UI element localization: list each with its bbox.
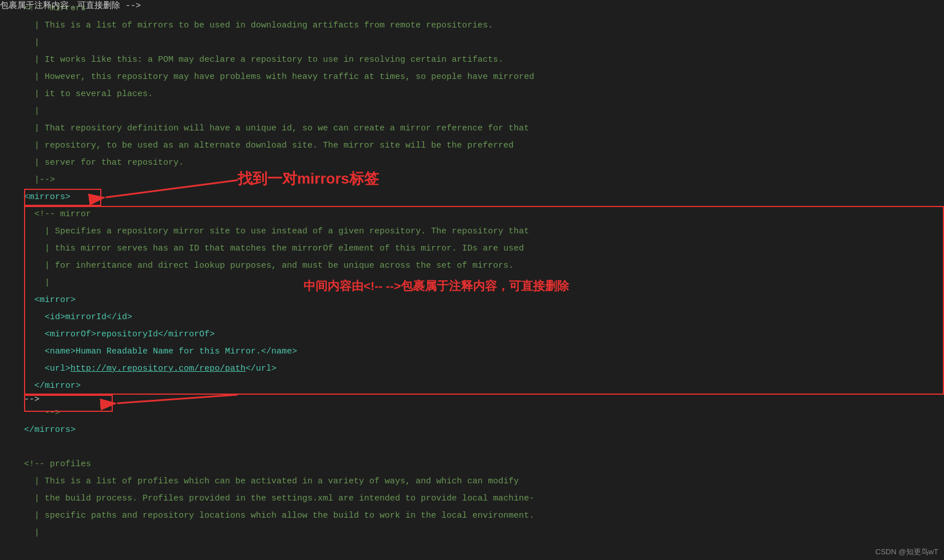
comment-text: | This is a list of mirrors to be used i… xyxy=(24,17,493,34)
code-line-29: | the build process. Profiles provided i… xyxy=(24,490,938,507)
comment-text: | xyxy=(24,275,50,292)
code-line-3: | xyxy=(24,34,938,51)
comment-text: <!-- mirror xyxy=(24,206,91,223)
code-line-24: --> xyxy=(24,404,938,422)
code-line-26 xyxy=(24,439,938,456)
mirror-open-tag: <mirror> xyxy=(24,292,76,309)
comment-text: | This is a list of profiles which can b… xyxy=(24,473,519,490)
code-line-2: | This is a list of mirrors to be used i… xyxy=(24,17,938,34)
code-line-13: <!-- mirror xyxy=(24,206,938,223)
comment-text: | specific paths and repository location… xyxy=(24,507,534,525)
url-value: http://my.repository.com/repo/path xyxy=(70,360,246,378)
comment-text: |--> xyxy=(24,172,55,189)
code-line-23: </mirror> xyxy=(24,378,938,395)
code-line-12: <mirrors> xyxy=(24,189,938,206)
comment-text: | It works like this: a POM may declare … xyxy=(24,51,503,69)
code-line-14: | Specifies a repository mirror site to … xyxy=(24,223,938,240)
code-line-31: | xyxy=(24,525,938,542)
code-line-10: | server for that repository. xyxy=(24,154,938,172)
name-tag: <name>Human Readable Name for this Mirro… xyxy=(24,343,297,360)
mirrorof-tag: <mirrorOf>repositoryId</mirrorOf> xyxy=(24,326,215,343)
code-line-25: </mirrors> xyxy=(24,422,938,439)
mirror-close-tag: </mirror> xyxy=(24,378,81,395)
url-tag-open: <url> xyxy=(24,360,70,378)
line-numbers xyxy=(0,0,18,560)
comment-text: | However, this repository may have prob… xyxy=(24,69,534,86)
code-line-7: | xyxy=(24,103,938,120)
comment-text: | for inheritance and direct lookup purp… xyxy=(24,257,514,275)
code-line-1: <!-- mirrors xyxy=(24,0,938,17)
code-line-4: | It works like this: a POM may declare … xyxy=(24,51,938,69)
empty-line xyxy=(24,439,29,456)
comment-text: | That repository definition will have a… xyxy=(24,120,529,137)
comment-text: | it to several places. xyxy=(24,86,153,103)
code-line-18: <mirror> xyxy=(24,292,938,309)
editor-container: <!-- mirrors | This is a list of mirrors… xyxy=(0,0,944,560)
comment-text: | server for that repository. xyxy=(24,154,184,172)
comment-text: | this mirror serves has an ID that matc… xyxy=(24,240,524,257)
mirrors-close-tag: </mirrors> xyxy=(24,422,76,439)
code-line-17: | xyxy=(24,275,938,292)
comment-close: --> xyxy=(24,404,60,422)
code-line-27: <!-- profiles xyxy=(24,456,938,473)
code-line-30: | specific paths and repository location… xyxy=(24,507,938,525)
mirrors-open-tag: <mirrors> xyxy=(24,189,70,206)
comment-text: | the build process. Profiles provided i… xyxy=(24,490,534,507)
code-area[interactable]: <!-- mirrors | This is a list of mirrors… xyxy=(18,0,944,560)
footer-text: CSDN @知更鸟wT xyxy=(875,547,938,557)
code-line-11: |--> xyxy=(24,172,938,189)
code-line-16: | for inheritance and direct lookup purp… xyxy=(24,257,938,275)
url-tag-close: </url> xyxy=(246,360,277,378)
id-tag: <id>mirrorId</id> xyxy=(24,309,132,326)
comment-text: | xyxy=(24,103,40,120)
code-line-8: | That repository definition will have a… xyxy=(24,120,938,137)
code-line-6: | it to several places. xyxy=(24,86,938,103)
code-line-19: <id>mirrorId</id> xyxy=(24,309,938,326)
comment-text: <!-- mirrors xyxy=(24,0,86,17)
comment-text: | repository, to be used as an alternate… xyxy=(24,137,514,154)
code-line-20: <mirrorOf>repositoryId</mirrorOf> xyxy=(24,326,938,343)
comment-text: | xyxy=(24,34,40,51)
comment-text: | xyxy=(24,525,40,542)
profiles-comment-open: <!-- profiles xyxy=(24,456,91,473)
code-line-5: | However, this repository may have prob… xyxy=(24,69,938,86)
comment-text: | Specifies a repository mirror site to … xyxy=(24,223,529,240)
code-line-21: <name>Human Readable Name for this Mirro… xyxy=(24,343,938,360)
code-line-15: | this mirror serves has an ID that matc… xyxy=(24,240,938,257)
code-line-22: <url>http://my.repository.com/repo/path<… xyxy=(24,360,938,378)
code-line-9: | repository, to be used as an alternate… xyxy=(24,137,938,154)
code-line-28: | This is a list of profiles which can b… xyxy=(24,473,938,490)
